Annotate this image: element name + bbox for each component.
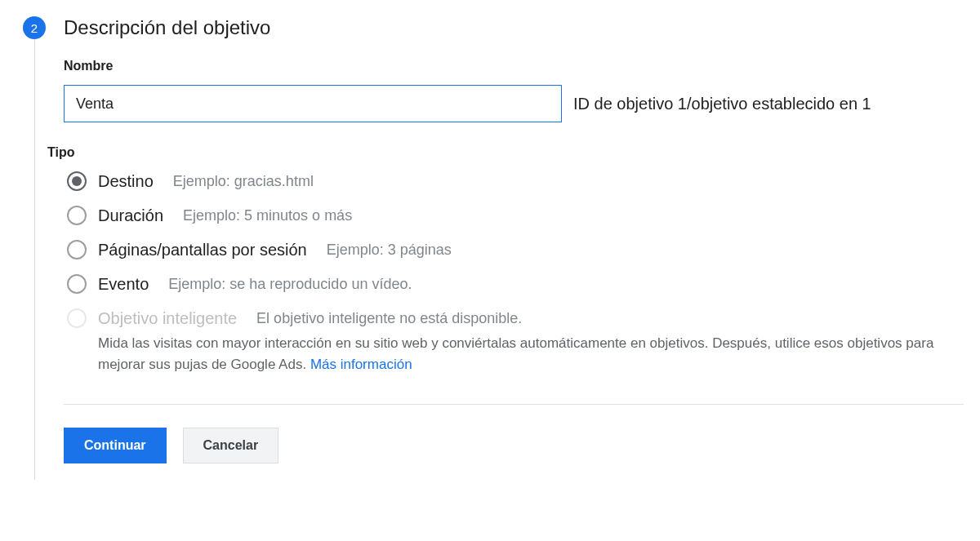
radio-circle-icon[interactable] [67,274,87,294]
radio-example: Ejemplo: gracias.html [173,173,314,190]
radio-label: Páginas/pantallas por sesión [98,241,307,259]
type-radio-item[interactable]: DuraciónEjemplo: 5 minutos o más [67,206,964,225]
radio-example: Ejemplo: 3 páginas [327,242,452,259]
type-radio-item[interactable]: DestinoEjemplo: gracias.html [67,171,964,191]
radio-label: Evento [98,275,149,294]
name-row: ID de objetivo 1/objetivo establecido en… [64,85,964,122]
type-field-label: Tipo [47,145,964,160]
type-radio-item[interactable]: Páginas/pantallas por sesiónEjemplo: 3 p… [67,240,964,259]
smart-goal-description: Mida las visitas con mayor interacción e… [64,333,946,375]
content-column: Descripción del objetivo Nombre ID de ob… [64,16,980,480]
radio-example: El objetivo inteligente no está disponib… [256,310,522,327]
more-info-link[interactable]: Más información [310,357,412,372]
radio-dot-icon [72,176,82,186]
type-radio-group: DestinoEjemplo: gracias.htmlDuraciónEjem… [64,171,964,328]
type-radio-item: Objetivo inteligenteEl objetivo intelige… [67,308,964,328]
radio-circle-icon[interactable] [67,206,87,225]
goal-description-step: 2 Descripción del objetivo Nombre ID de … [0,0,980,480]
step-vertical-line [34,16,35,480]
objective-id-text: ID de objetivo 1/objetivo establecido en… [573,95,871,113]
step-number-badge: 2 [23,16,46,39]
radio-label: Destino [98,172,154,191]
smart-goal-desc-text: Mida las visitas con mayor interacción e… [98,335,933,372]
section-title: Descripción del objetivo [64,16,964,39]
cancel-button[interactable]: Cancelar [183,428,279,463]
radio-label: Objetivo inteligente [98,309,237,328]
divider [64,404,964,405]
name-input[interactable] [64,85,562,122]
radio-example: Ejemplo: 5 minutos o más [183,207,352,224]
radio-example: Ejemplo: se ha reproducido un vídeo. [168,276,412,293]
step-indicator-column: 2 [23,16,64,480]
radio-circle-icon [67,308,87,328]
type-radio-item[interactable]: EventoEjemplo: se ha reproducido un víde… [67,274,964,294]
continue-button[interactable]: Continuar [64,428,167,463]
radio-circle-icon[interactable] [67,171,87,191]
radio-circle-icon[interactable] [67,240,87,259]
radio-label: Duración [98,206,163,225]
name-field-label: Nombre [64,59,964,73]
button-row: Continuar Cancelar [64,428,964,463]
